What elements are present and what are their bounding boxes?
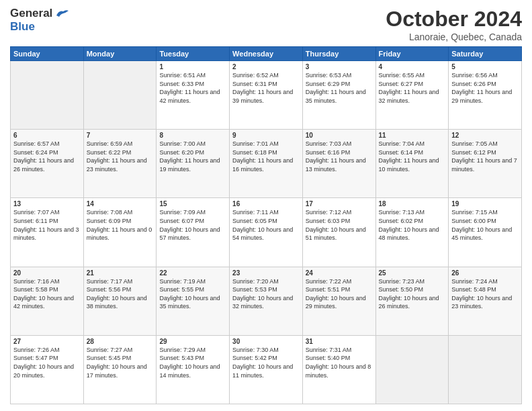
calendar-cell: 15Sunrise: 7:09 AM Sunset: 6:07 PM Dayli… bbox=[157, 198, 230, 267]
day-info: Sunrise: 6:51 AM Sunset: 6:33 PM Dayligh… bbox=[159, 71, 226, 105]
calendar-cell: 31Sunrise: 7:31 AM Sunset: 5:40 PM Dayli… bbox=[302, 335, 375, 404]
calendar-cell: 25Sunrise: 7:23 AM Sunset: 5:50 PM Dayli… bbox=[375, 267, 449, 335]
weekday-header-thursday: Thursday bbox=[302, 47, 375, 61]
calendar-cell: 6Sunrise: 6:57 AM Sunset: 6:24 PM Daylig… bbox=[11, 130, 84, 198]
day-number: 24 bbox=[306, 269, 373, 277]
day-info: Sunrise: 6:57 AM Sunset: 6:24 PM Dayligh… bbox=[13, 140, 81, 173]
calendar-cell: 16Sunrise: 7:11 AM Sunset: 6:05 PM Dayli… bbox=[230, 198, 303, 267]
calendar-cell: 21Sunrise: 7:17 AM Sunset: 5:56 PM Dayli… bbox=[83, 267, 157, 335]
page: General Blue October 2024 Lanoraie, Queb… bbox=[0, 0, 532, 411]
day-number: 7 bbox=[87, 132, 154, 139]
logo-general: General bbox=[10, 7, 52, 20]
day-number: 29 bbox=[159, 338, 226, 345]
day-number: 3 bbox=[306, 63, 373, 71]
day-number: 25 bbox=[379, 269, 446, 277]
calendar-cell bbox=[375, 335, 449, 404]
calendar-cell: 27Sunrise: 7:26 AM Sunset: 5:47 PM Dayli… bbox=[11, 335, 84, 404]
calendar-cell: 7Sunrise: 6:59 AM Sunset: 6:22 PM Daylig… bbox=[83, 130, 157, 198]
month-title: October 2024 bbox=[386, 7, 522, 32]
day-number: 16 bbox=[232, 200, 300, 208]
day-number: 26 bbox=[451, 269, 519, 277]
calendar-week-row: 6Sunrise: 6:57 AM Sunset: 6:24 PM Daylig… bbox=[11, 130, 522, 198]
calendar-cell bbox=[11, 61, 84, 130]
day-number: 23 bbox=[232, 269, 300, 277]
calendar-cell bbox=[83, 61, 157, 130]
day-info: Sunrise: 7:08 AM Sunset: 6:09 PM Dayligh… bbox=[87, 208, 154, 242]
calendar-cell: 28Sunrise: 7:27 AM Sunset: 5:45 PM Dayli… bbox=[83, 335, 157, 404]
weekday-header-friday: Friday bbox=[375, 47, 449, 61]
day-number: 31 bbox=[306, 338, 373, 345]
calendar-cell: 19Sunrise: 7:15 AM Sunset: 6:00 PM Dayli… bbox=[449, 198, 522, 267]
title-block: October 2024 Lanoraie, Quebec, Canada bbox=[386, 7, 522, 42]
calendar-cell: 2Sunrise: 6:52 AM Sunset: 6:31 PM Daylig… bbox=[230, 61, 303, 130]
calendar-cell: 10Sunrise: 7:03 AM Sunset: 6:16 PM Dayli… bbox=[302, 130, 375, 198]
day-info: Sunrise: 6:52 AM Sunset: 6:31 PM Dayligh… bbox=[232, 71, 300, 105]
day-number: 1 bbox=[159, 63, 226, 71]
day-number: 18 bbox=[379, 200, 446, 208]
logo: General Blue bbox=[10, 7, 70, 34]
day-number: 28 bbox=[87, 338, 154, 345]
day-info: Sunrise: 7:00 AM Sunset: 6:20 PM Dayligh… bbox=[159, 140, 226, 173]
location: Lanoraie, Quebec, Canada bbox=[386, 32, 522, 42]
day-info: Sunrise: 7:23 AM Sunset: 5:50 PM Dayligh… bbox=[379, 277, 446, 311]
day-number: 19 bbox=[451, 200, 519, 208]
weekday-header-monday: Monday bbox=[83, 47, 157, 61]
day-info: Sunrise: 7:20 AM Sunset: 5:53 PM Dayligh… bbox=[232, 277, 300, 311]
day-number: 11 bbox=[379, 132, 446, 139]
weekday-header-saturday: Saturday bbox=[449, 47, 522, 61]
day-info: Sunrise: 7:11 AM Sunset: 6:05 PM Dayligh… bbox=[232, 208, 300, 242]
day-number: 10 bbox=[306, 132, 373, 139]
weekday-header-wednesday: Wednesday bbox=[230, 47, 303, 61]
calendar-cell bbox=[449, 335, 522, 404]
day-number: 21 bbox=[87, 269, 154, 277]
day-info: Sunrise: 7:29 AM Sunset: 5:43 PM Dayligh… bbox=[159, 346, 226, 379]
day-info: Sunrise: 7:22 AM Sunset: 5:51 PM Dayligh… bbox=[306, 277, 373, 311]
calendar-cell: 23Sunrise: 7:20 AM Sunset: 5:53 PM Dayli… bbox=[230, 267, 303, 335]
day-number: 15 bbox=[159, 200, 226, 208]
day-info: Sunrise: 7:03 AM Sunset: 6:16 PM Dayligh… bbox=[306, 140, 373, 173]
day-info: Sunrise: 6:53 AM Sunset: 6:29 PM Dayligh… bbox=[306, 71, 373, 105]
day-number: 27 bbox=[13, 338, 81, 345]
calendar-cell: 18Sunrise: 7:13 AM Sunset: 6:02 PM Dayli… bbox=[375, 198, 449, 267]
calendar-cell: 8Sunrise: 7:00 AM Sunset: 6:20 PM Daylig… bbox=[157, 130, 230, 198]
day-number: 8 bbox=[159, 132, 226, 139]
day-info: Sunrise: 7:09 AM Sunset: 6:07 PM Dayligh… bbox=[159, 208, 226, 242]
day-info: Sunrise: 7:19 AM Sunset: 5:55 PM Dayligh… bbox=[159, 277, 226, 311]
calendar-week-row: 13Sunrise: 7:07 AM Sunset: 6:11 PM Dayli… bbox=[11, 198, 522, 267]
day-number: 6 bbox=[13, 132, 81, 139]
day-number: 14 bbox=[87, 200, 154, 208]
calendar-cell: 20Sunrise: 7:16 AM Sunset: 5:58 PM Dayli… bbox=[11, 267, 84, 335]
day-info: Sunrise: 7:05 AM Sunset: 6:12 PM Dayligh… bbox=[451, 140, 519, 173]
calendar-cell: 9Sunrise: 7:01 AM Sunset: 6:18 PM Daylig… bbox=[230, 130, 303, 198]
day-info: Sunrise: 7:31 AM Sunset: 5:40 PM Dayligh… bbox=[306, 346, 373, 379]
day-number: 4 bbox=[379, 63, 446, 71]
day-info: Sunrise: 6:56 AM Sunset: 6:26 PM Dayligh… bbox=[451, 71, 519, 105]
day-number: 20 bbox=[13, 269, 81, 277]
calendar-cell: 12Sunrise: 7:05 AM Sunset: 6:12 PM Dayli… bbox=[449, 130, 522, 198]
day-number: 22 bbox=[159, 269, 226, 277]
day-info: Sunrise: 6:59 AM Sunset: 6:22 PM Dayligh… bbox=[87, 140, 154, 173]
calendar-week-row: 20Sunrise: 7:16 AM Sunset: 5:58 PM Dayli… bbox=[11, 267, 522, 335]
calendar-cell: 29Sunrise: 7:29 AM Sunset: 5:43 PM Dayli… bbox=[157, 335, 230, 404]
weekday-header-sunday: Sunday bbox=[11, 47, 84, 61]
calendar-cell: 4Sunrise: 6:55 AM Sunset: 6:27 PM Daylig… bbox=[375, 61, 449, 130]
day-number: 13 bbox=[13, 200, 81, 208]
calendar-cell: 1Sunrise: 6:51 AM Sunset: 6:33 PM Daylig… bbox=[157, 61, 230, 130]
day-info: Sunrise: 7:24 AM Sunset: 5:48 PM Dayligh… bbox=[451, 277, 519, 311]
calendar-table: SundayMondayTuesdayWednesdayThursdayFrid… bbox=[10, 46, 522, 404]
calendar-cell: 17Sunrise: 7:12 AM Sunset: 6:03 PM Dayli… bbox=[302, 198, 375, 267]
calendar-cell: 22Sunrise: 7:19 AM Sunset: 5:55 PM Dayli… bbox=[157, 267, 230, 335]
day-number: 2 bbox=[232, 63, 300, 71]
calendar-week-row: 27Sunrise: 7:26 AM Sunset: 5:47 PM Dayli… bbox=[11, 335, 522, 404]
day-info: Sunrise: 7:17 AM Sunset: 5:56 PM Dayligh… bbox=[87, 277, 154, 311]
day-info: Sunrise: 7:27 AM Sunset: 5:45 PM Dayligh… bbox=[87, 346, 154, 379]
day-info: Sunrise: 7:13 AM Sunset: 6:02 PM Dayligh… bbox=[379, 208, 446, 242]
day-number: 12 bbox=[451, 132, 519, 139]
day-info: Sunrise: 6:55 AM Sunset: 6:27 PM Dayligh… bbox=[379, 71, 446, 105]
day-info: Sunrise: 7:04 AM Sunset: 6:14 PM Dayligh… bbox=[379, 140, 446, 173]
day-number: 5 bbox=[451, 63, 519, 71]
logo-bird-icon bbox=[55, 9, 70, 19]
calendar-week-row: 1Sunrise: 6:51 AM Sunset: 6:33 PM Daylig… bbox=[11, 61, 522, 130]
day-info: Sunrise: 7:12 AM Sunset: 6:03 PM Dayligh… bbox=[306, 208, 373, 242]
day-info: Sunrise: 7:16 AM Sunset: 5:58 PM Dayligh… bbox=[13, 277, 81, 311]
